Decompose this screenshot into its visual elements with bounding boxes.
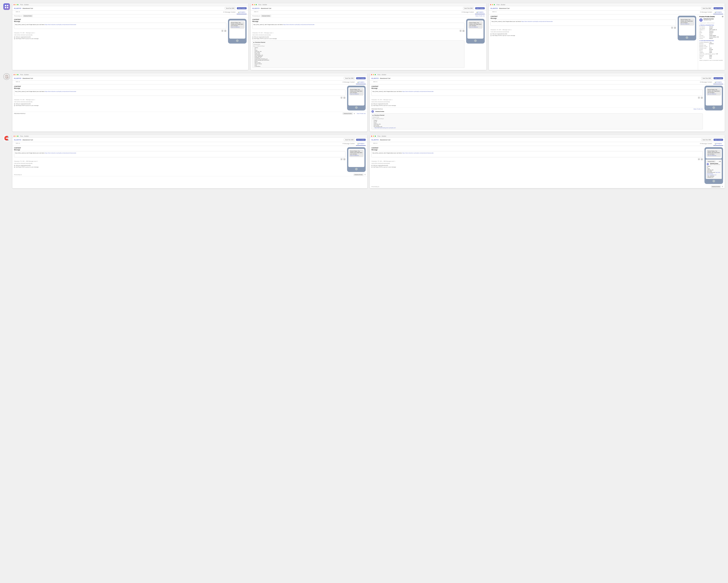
save-content-button[interactable]: Save Content [475, 7, 485, 9]
window-close[interactable] [14, 136, 15, 137]
org-prefix-input[interactable] [14, 165, 15, 166]
window-minimize[interactable] [492, 4, 493, 5]
tab-message-content[interactable]: ✉ Message Content [460, 10, 475, 14]
stop-optout-checkbox[interactable]: Add 'Reply STOP to opt-out' to your mess… [14, 105, 345, 106]
window-close[interactable] [371, 74, 372, 75]
window-maximize[interactable] [375, 74, 376, 75]
window-minimize[interactable] [16, 4, 17, 5]
view-profile-info-link[interactable]: View Profile Info [357, 113, 366, 114]
message-textbox[interactable]: Hey {{ first_name }}, don't forget about… [14, 151, 345, 157]
org-prefix-checkbox[interactable]: Add your organizational prefix [252, 36, 465, 37]
tab-message-content[interactable]: ✉ Message Content [222, 10, 237, 14]
window-close[interactable] [14, 4, 15, 5]
org-prefix-input[interactable] [371, 103, 372, 104]
emoji-icon[interactable]: ☺ [671, 27, 673, 29]
emoji-icon[interactable]: ☺ [698, 97, 700, 99]
tab-analytics[interactable]: 📊 Analytics [713, 10, 723, 14]
window-close[interactable] [371, 136, 372, 137]
tab-message-content[interactable]: ✉ Message Content [699, 142, 713, 146]
message-textbox[interactable]: Hey {{ first_name }}, don't forget about… [252, 23, 465, 29]
send-test-sms-button[interactable]: Send Test SMS [344, 77, 355, 79]
tab-analytics[interactable]: 📊 Analytics [475, 10, 485, 14]
merge-tag-icon[interactable]: { } [674, 27, 676, 29]
emoji-icon[interactable]: ☺ [222, 30, 224, 32]
tab-analytics[interactable]: 📊 Analytics [356, 142, 366, 146]
message-textbox[interactable]: Hey {{ first_name }}, don't forget about… [371, 151, 703, 157]
window-maximize[interactable] [375, 136, 376, 137]
merge-tag-icon[interactable]: { } [463, 30, 465, 32]
send-test-sms-button[interactable]: Send Test SMS [225, 7, 236, 9]
tab-analytics[interactable]: 📊 Analytics [713, 80, 723, 84]
save-content-button[interactable]: Save Content [356, 139, 366, 141]
tab-analytics[interactable]: 📊 Analytics [237, 10, 246, 14]
org-prefix-checkbox[interactable]: Add your organizational prefix [491, 33, 676, 34]
tab-message-content[interactable]: ✉ Message Content [341, 80, 356, 84]
window-minimize[interactable] [373, 74, 374, 75]
window-minimize[interactable] [16, 74, 17, 75]
window-maximize[interactable] [494, 4, 495, 5]
tab-message-content[interactable]: ✉ Message Content [699, 80, 713, 84]
window-minimize[interactable] [254, 4, 255, 5]
window-close[interactable] [14, 74, 15, 75]
merge-tag-icon[interactable]: { } [701, 158, 703, 160]
merge-tag-icon[interactable]: { } [701, 97, 703, 99]
message-textbox[interactable]: Hey {{ first_name }}, don't forget about… [14, 90, 345, 96]
window-close[interactable] [490, 4, 491, 5]
org-prefix-checkbox[interactable]: Add your organizational prefix [14, 103, 345, 104]
save-content-button[interactable]: Save Content [237, 7, 246, 9]
send-test-sms-button[interactable]: Send Test SMS [701, 7, 712, 9]
select-arrows[interactable]: ⬆⬇ [719, 161, 721, 162]
stop-optout-checkbox[interactable]: Add 'Reply STOP to opt-out' to your mess… [371, 167, 703, 168]
send-test-sms-button[interactable]: Send Test SMS [701, 77, 712, 79]
message-textbox[interactable]: Hey {{ first_name }}, don't forget about… [491, 20, 676, 26]
message-textbox[interactable]: Hey {{ first_name }}, don't forget about… [14, 23, 226, 29]
emoji-icon[interactable]: ☺ [460, 30, 462, 32]
profile-select-arrow[interactable]: ⬆ [364, 174, 366, 176]
org-prefix-checkbox[interactable]: Add your organizational prefix [371, 165, 703, 166]
window-maximize[interactable] [17, 136, 18, 137]
tab-message-content[interactable]: ✉ Message Content [699, 10, 713, 14]
emoji-icon[interactable]: ☺ [340, 97, 342, 99]
window-minimize[interactable] [373, 136, 374, 137]
make-profile-info-link[interactable]: Make Profile Info [475, 15, 485, 17]
merge-tag-icon[interactable]: { } [343, 97, 345, 99]
save-content-button[interactable]: Save Content [356, 77, 366, 79]
stop-optout-checkbox[interactable]: Add 'Reply STOP to opt-out' to your mess… [14, 38, 226, 39]
save-content-button[interactable]: Save Content [713, 7, 723, 9]
make-profile-info-link[interactable]: Make Profile Info [694, 108, 703, 110]
org-prefix-input[interactable] [14, 36, 15, 37]
send-test-sms-button[interactable]: Send Test SMS [463, 7, 474, 9]
window-maximize[interactable] [17, 74, 18, 75]
window-close[interactable] [252, 4, 253, 5]
save-content-button[interactable]: Save Content [713, 139, 723, 141]
window-minimize[interactable] [16, 136, 17, 137]
stop-optout-input[interactable] [14, 167, 15, 168]
stop-optout-input[interactable] [491, 35, 492, 36]
stop-optout-checkbox[interactable]: Add 'Reply STOP to opt-out' to your mess… [252, 38, 465, 39]
stop-optout-input[interactable] [252, 38, 253, 39]
message-textbox[interactable]: Hey {{ first_name }}, don't forget about… [371, 90, 703, 96]
save-content-button[interactable]: Save Content [713, 77, 723, 79]
org-prefix-input[interactable] [371, 165, 372, 166]
tab-message-content[interactable]: ✉ Message Content [341, 142, 356, 146]
window-maximize[interactable] [256, 4, 257, 5]
emoji-icon[interactable]: ☺ [698, 158, 700, 160]
send-test-sms-button[interactable]: Send Test SMS [701, 138, 712, 141]
stop-optout-checkbox[interactable]: Add 'Reply STOP to opt-out' to your mess… [14, 167, 345, 168]
stop-optout-input[interactable] [14, 105, 15, 106]
org-prefix-checkbox[interactable]: Add your organizational prefix [371, 103, 703, 104]
stop-optout-input[interactable] [371, 105, 372, 106]
profile-panel-close[interactable]: × [722, 16, 724, 17]
stop-optout-input[interactable] [371, 167, 372, 168]
stop-optout-input[interactable] [14, 38, 15, 39]
emoji-icon[interactable]: ☺ [340, 158, 342, 160]
profile-select-arrow[interactable]: ⬆ [722, 186, 723, 187]
profile-select-arrow[interactable]: ▼ [354, 113, 355, 115]
tab-analytics[interactable]: 📊 Analytics [356, 80, 366, 84]
send-test-sms-button[interactable]: Send Test SMS [344, 138, 355, 141]
tab-analytics[interactable]: 📊 Analytics [713, 142, 723, 146]
org-prefix-checkbox[interactable]: Add your organizational prefix [14, 165, 345, 166]
org-prefix-checkbox[interactable]: Add your organizational prefix [14, 36, 226, 37]
org-prefix-input[interactable] [491, 33, 492, 34]
merge-tag-icon[interactable]: { } [224, 30, 226, 32]
